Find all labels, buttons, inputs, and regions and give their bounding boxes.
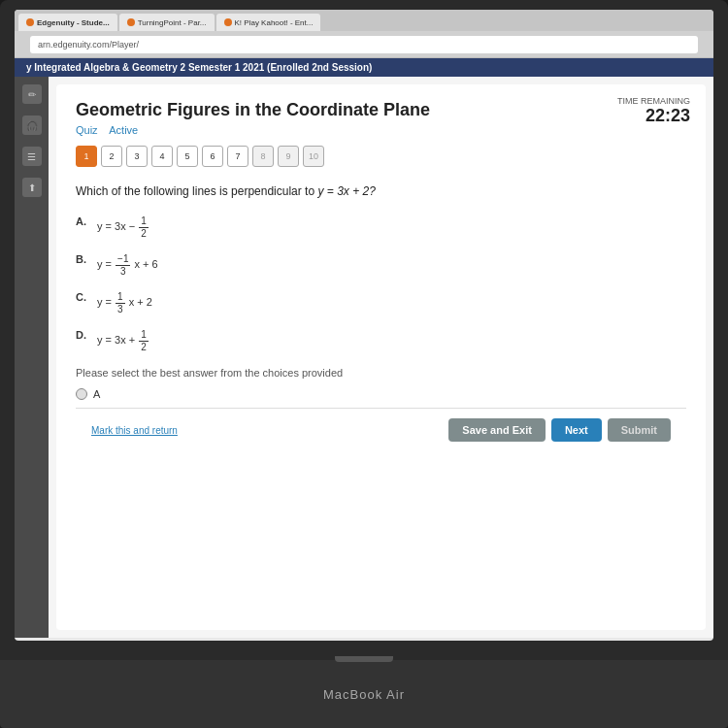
question-btn-3[interactable]: 3 [126,146,148,167]
choice-d-label: D. [76,329,91,341]
please-select-text: Please select the best answer from the c… [76,367,686,379]
tab-kahoot-label: K! Play Kahoot! - Ent... [235,18,314,27]
radio-option-a[interactable]: A [76,388,686,400]
next-button[interactable]: Next [551,418,602,442]
choice-b: B. y = −1 3 x + 6 [76,253,686,278]
question-btn-4[interactable]: 4 [151,146,173,167]
question-equation: y = 3x + 2? [317,184,375,198]
choice-b-label: B. [76,253,91,265]
question-text: Which of the following lines is perpendi… [76,182,686,200]
quiz-subtitle: Quiz Active [76,124,686,136]
submit-button[interactable]: Submit [608,418,671,442]
quiz-title: Geometric Figures in the Coordinate Plan… [76,100,686,120]
menu-icon[interactable]: ☰ [22,147,42,166]
question-btn-8: 8 [252,146,274,167]
question-btn-6[interactable]: 6 [202,146,223,167]
choice-b-text-after: x + 6 [135,258,158,270]
choice-a-content: y = 3x − 1 2 [97,215,149,240]
tab-edgenuity[interactable]: Edgenuity - Stude... [18,14,117,31]
tab-turningpoint[interactable]: TurningPoint - Par... [119,14,215,31]
course-header: y Integrated Algebra & Geometry 2 Semest… [15,58,713,77]
question-btn-10: 10 [303,146,324,167]
choice-c-fraction: 1 3 [116,291,125,315]
laptop-notch [335,656,393,662]
quiz-type: Quiz [76,124,98,136]
question-main-text: Which of the following lines is perpendi… [76,184,314,198]
question-btn-5[interactable]: 5 [177,146,198,167]
choice-b-text-before: y = [97,258,115,270]
left-sidebar: ✏ 🎧 ☰ ⬆ [15,77,49,638]
tab-bar: Edgenuity - Stude... TurningPoint - Par.… [15,10,713,31]
choice-d: D. y = 3x + 1 2 [76,329,686,353]
url-bar[interactable]: arn.edgenuity.com/Player/ [30,36,698,53]
pencil-icon[interactable]: ✏ [22,84,42,104]
time-remaining-value: 22:23 [617,106,690,126]
laptop-bottom: MacBook Air [0,660,728,728]
choice-d-text-before: y = 3x + [97,334,138,346]
choice-c-content: y = 1 3 x + 2 [97,291,152,315]
up-arrow-icon[interactable]: ⬆ [22,178,42,197]
radio-label-a: A [93,388,100,400]
choice-a: A. y = 3x − 1 2 [76,215,686,240]
tab-turningpoint-label: TurningPoint - Par... [138,18,207,27]
choice-b-content: y = −1 3 x + 6 [97,253,158,278]
choice-b-fraction: −1 3 [116,253,130,278]
headphone-icon[interactable]: 🎧 [22,116,42,135]
choice-a-label: A. [76,215,91,227]
choice-d-content: y = 3x + 1 2 [97,329,149,353]
mark-return-link[interactable]: Mark this and return [91,425,178,436]
radio-circle-a[interactable] [76,388,87,400]
question-btn-2[interactable]: 2 [101,146,122,167]
save-exit-button[interactable]: Save and Exit [448,418,546,442]
choice-c: C. y = 1 3 x + 2 [76,291,686,315]
macbook-label: MacBook Air [323,687,405,702]
choice-a-fraction: 1 2 [139,215,149,240]
action-buttons: Save and Exit Next Submit [448,418,671,442]
browser-bar: arn.edgenuity.com/Player/ [15,31,713,58]
tab-kahoot[interactable]: K! Play Kahoot! - Ent... [216,14,321,31]
choice-c-text-before: y = [97,296,115,308]
quiz-status: Active [109,124,138,136]
question-nav: 1 2 3 4 5 6 7 8 9 10 [76,146,686,167]
question-btn-9: 9 [278,146,299,167]
time-remaining-block: TIME REMAINING 22:23 [617,96,690,126]
choice-a-text: y = 3x − [97,220,135,232]
choice-d-fraction: 1 2 [139,329,149,353]
course-title: y Integrated Algebra & Geometry 2 Semest… [26,62,372,73]
content-area: ✏ 🎧 ☰ ⬆ TIME REMAINING 22:23 Geometric F… [15,77,713,638]
time-remaining-label: TIME REMAINING [617,96,690,106]
question-btn-1[interactable]: 1 [76,146,97,167]
choice-c-text-after: x + 2 [129,296,152,308]
choice-c-label: C. [76,291,91,303]
tab-edgenuity-label: Edgenuity - Stude... [37,18,110,27]
bottom-bar: Mark this and return Save and Exit Next … [76,408,686,451]
question-btn-7[interactable]: 7 [227,146,248,167]
quiz-container: TIME REMAINING 22:23 Geometric Figures i… [56,84,706,630]
